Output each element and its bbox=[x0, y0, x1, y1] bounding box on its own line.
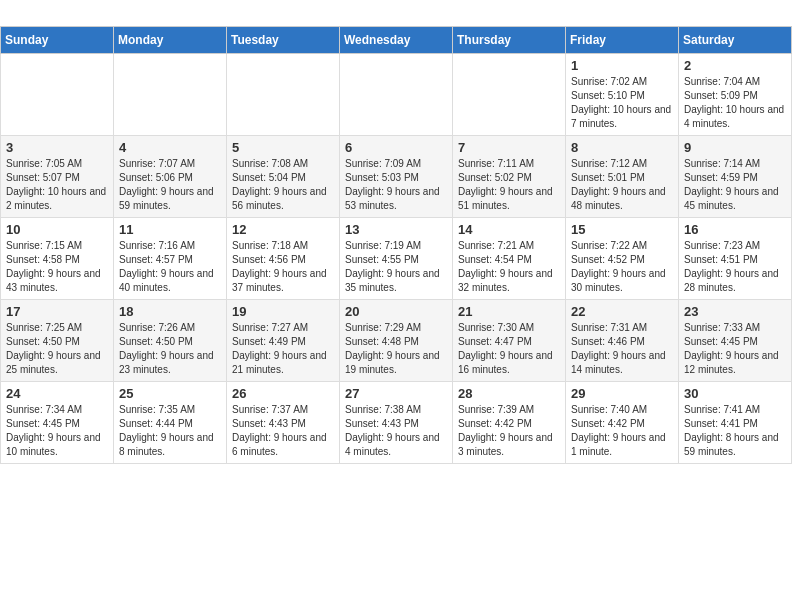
day-info: Sunrise: 7:15 AM Sunset: 4:58 PM Dayligh… bbox=[6, 239, 108, 295]
day-number: 6 bbox=[345, 140, 447, 155]
calendar-cell bbox=[453, 54, 566, 136]
calendar-header: SundayMondayTuesdayWednesdayThursdayFrid… bbox=[1, 27, 792, 54]
calendar-cell: 1Sunrise: 7:02 AM Sunset: 5:10 PM Daylig… bbox=[566, 54, 679, 136]
day-number: 8 bbox=[571, 140, 673, 155]
day-info: Sunrise: 7:08 AM Sunset: 5:04 PM Dayligh… bbox=[232, 157, 334, 213]
calendar-cell: 18Sunrise: 7:26 AM Sunset: 4:50 PM Dayli… bbox=[114, 300, 227, 382]
calendar-cell: 15Sunrise: 7:22 AM Sunset: 4:52 PM Dayli… bbox=[566, 218, 679, 300]
day-info: Sunrise: 7:14 AM Sunset: 4:59 PM Dayligh… bbox=[684, 157, 786, 213]
calendar-cell: 12Sunrise: 7:18 AM Sunset: 4:56 PM Dayli… bbox=[227, 218, 340, 300]
day-number: 5 bbox=[232, 140, 334, 155]
calendar-cell: 9Sunrise: 7:14 AM Sunset: 4:59 PM Daylig… bbox=[679, 136, 792, 218]
day-info: Sunrise: 7:27 AM Sunset: 4:49 PM Dayligh… bbox=[232, 321, 334, 377]
calendar-cell: 26Sunrise: 7:37 AM Sunset: 4:43 PM Dayli… bbox=[227, 382, 340, 464]
calendar-cell: 21Sunrise: 7:30 AM Sunset: 4:47 PM Dayli… bbox=[453, 300, 566, 382]
calendar-cell: 24Sunrise: 7:34 AM Sunset: 4:45 PM Dayli… bbox=[1, 382, 114, 464]
day-number: 13 bbox=[345, 222, 447, 237]
calendar-week-4: 17Sunrise: 7:25 AM Sunset: 4:50 PM Dayli… bbox=[1, 300, 792, 382]
calendar-cell: 2Sunrise: 7:04 AM Sunset: 5:09 PM Daylig… bbox=[679, 54, 792, 136]
day-number: 24 bbox=[6, 386, 108, 401]
day-info: Sunrise: 7:37 AM Sunset: 4:43 PM Dayligh… bbox=[232, 403, 334, 459]
calendar-cell: 8Sunrise: 7:12 AM Sunset: 5:01 PM Daylig… bbox=[566, 136, 679, 218]
day-number: 27 bbox=[345, 386, 447, 401]
day-number: 19 bbox=[232, 304, 334, 319]
weekday-header-wednesday: Wednesday bbox=[340, 27, 453, 54]
calendar-cell: 27Sunrise: 7:38 AM Sunset: 4:43 PM Dayli… bbox=[340, 382, 453, 464]
day-info: Sunrise: 7:33 AM Sunset: 4:45 PM Dayligh… bbox=[684, 321, 786, 377]
weekday-header-friday: Friday bbox=[566, 27, 679, 54]
day-info: Sunrise: 7:05 AM Sunset: 5:07 PM Dayligh… bbox=[6, 157, 108, 213]
day-number: 20 bbox=[345, 304, 447, 319]
calendar-cell: 14Sunrise: 7:21 AM Sunset: 4:54 PM Dayli… bbox=[453, 218, 566, 300]
calendar-cell: 7Sunrise: 7:11 AM Sunset: 5:02 PM Daylig… bbox=[453, 136, 566, 218]
calendar-cell bbox=[114, 54, 227, 136]
calendar-body: 1Sunrise: 7:02 AM Sunset: 5:10 PM Daylig… bbox=[1, 54, 792, 464]
day-number: 9 bbox=[684, 140, 786, 155]
calendar-cell: 20Sunrise: 7:29 AM Sunset: 4:48 PM Dayli… bbox=[340, 300, 453, 382]
calendar-cell: 29Sunrise: 7:40 AM Sunset: 4:42 PM Dayli… bbox=[566, 382, 679, 464]
calendar-cell: 23Sunrise: 7:33 AM Sunset: 4:45 PM Dayli… bbox=[679, 300, 792, 382]
day-info: Sunrise: 7:21 AM Sunset: 4:54 PM Dayligh… bbox=[458, 239, 560, 295]
day-number: 1 bbox=[571, 58, 673, 73]
day-info: Sunrise: 7:22 AM Sunset: 4:52 PM Dayligh… bbox=[571, 239, 673, 295]
calendar-cell: 3Sunrise: 7:05 AM Sunset: 5:07 PM Daylig… bbox=[1, 136, 114, 218]
day-info: Sunrise: 7:11 AM Sunset: 5:02 PM Dayligh… bbox=[458, 157, 560, 213]
day-info: Sunrise: 7:12 AM Sunset: 5:01 PM Dayligh… bbox=[571, 157, 673, 213]
day-info: Sunrise: 7:25 AM Sunset: 4:50 PM Dayligh… bbox=[6, 321, 108, 377]
day-info: Sunrise: 7:19 AM Sunset: 4:55 PM Dayligh… bbox=[345, 239, 447, 295]
calendar-cell bbox=[1, 54, 114, 136]
day-info: Sunrise: 7:34 AM Sunset: 4:45 PM Dayligh… bbox=[6, 403, 108, 459]
day-number: 2 bbox=[684, 58, 786, 73]
day-info: Sunrise: 7:29 AM Sunset: 4:48 PM Dayligh… bbox=[345, 321, 447, 377]
calendar-cell: 30Sunrise: 7:41 AM Sunset: 4:41 PM Dayli… bbox=[679, 382, 792, 464]
day-info: Sunrise: 7:02 AM Sunset: 5:10 PM Dayligh… bbox=[571, 75, 673, 131]
day-info: Sunrise: 7:09 AM Sunset: 5:03 PM Dayligh… bbox=[345, 157, 447, 213]
calendar-week-1: 1Sunrise: 7:02 AM Sunset: 5:10 PM Daylig… bbox=[1, 54, 792, 136]
day-number: 11 bbox=[119, 222, 221, 237]
weekday-header-sunday: Sunday bbox=[1, 27, 114, 54]
day-number: 12 bbox=[232, 222, 334, 237]
weekday-header-row: SundayMondayTuesdayWednesdayThursdayFrid… bbox=[1, 27, 792, 54]
calendar-cell: 16Sunrise: 7:23 AM Sunset: 4:51 PM Dayli… bbox=[679, 218, 792, 300]
day-number: 26 bbox=[232, 386, 334, 401]
day-number: 15 bbox=[571, 222, 673, 237]
calendar-cell bbox=[227, 54, 340, 136]
day-number: 29 bbox=[571, 386, 673, 401]
calendar-cell: 28Sunrise: 7:39 AM Sunset: 4:42 PM Dayli… bbox=[453, 382, 566, 464]
calendar-cell: 11Sunrise: 7:16 AM Sunset: 4:57 PM Dayli… bbox=[114, 218, 227, 300]
calendar-cell bbox=[340, 54, 453, 136]
weekday-header-tuesday: Tuesday bbox=[227, 27, 340, 54]
day-info: Sunrise: 7:35 AM Sunset: 4:44 PM Dayligh… bbox=[119, 403, 221, 459]
day-number: 25 bbox=[119, 386, 221, 401]
calendar-cell: 22Sunrise: 7:31 AM Sunset: 4:46 PM Dayli… bbox=[566, 300, 679, 382]
day-info: Sunrise: 7:31 AM Sunset: 4:46 PM Dayligh… bbox=[571, 321, 673, 377]
weekday-header-thursday: Thursday bbox=[453, 27, 566, 54]
day-number: 3 bbox=[6, 140, 108, 155]
day-number: 18 bbox=[119, 304, 221, 319]
day-info: Sunrise: 7:04 AM Sunset: 5:09 PM Dayligh… bbox=[684, 75, 786, 131]
day-info: Sunrise: 7:26 AM Sunset: 4:50 PM Dayligh… bbox=[119, 321, 221, 377]
day-number: 28 bbox=[458, 386, 560, 401]
weekday-header-saturday: Saturday bbox=[679, 27, 792, 54]
calendar-cell: 25Sunrise: 7:35 AM Sunset: 4:44 PM Dayli… bbox=[114, 382, 227, 464]
day-info: Sunrise: 7:30 AM Sunset: 4:47 PM Dayligh… bbox=[458, 321, 560, 377]
calendar-cell: 10Sunrise: 7:15 AM Sunset: 4:58 PM Dayli… bbox=[1, 218, 114, 300]
calendar-cell: 4Sunrise: 7:07 AM Sunset: 5:06 PM Daylig… bbox=[114, 136, 227, 218]
page-header: General Blue bbox=[0, 0, 792, 26]
day-number: 10 bbox=[6, 222, 108, 237]
day-info: Sunrise: 7:18 AM Sunset: 4:56 PM Dayligh… bbox=[232, 239, 334, 295]
calendar-table: SundayMondayTuesdayWednesdayThursdayFrid… bbox=[0, 26, 792, 464]
day-number: 14 bbox=[458, 222, 560, 237]
day-number: 23 bbox=[684, 304, 786, 319]
calendar-cell: 17Sunrise: 7:25 AM Sunset: 4:50 PM Dayli… bbox=[1, 300, 114, 382]
day-number: 22 bbox=[571, 304, 673, 319]
day-info: Sunrise: 7:07 AM Sunset: 5:06 PM Dayligh… bbox=[119, 157, 221, 213]
day-number: 21 bbox=[458, 304, 560, 319]
calendar-week-2: 3Sunrise: 7:05 AM Sunset: 5:07 PM Daylig… bbox=[1, 136, 792, 218]
calendar-cell: 5Sunrise: 7:08 AM Sunset: 5:04 PM Daylig… bbox=[227, 136, 340, 218]
day-number: 4 bbox=[119, 140, 221, 155]
calendar-week-5: 24Sunrise: 7:34 AM Sunset: 4:45 PM Dayli… bbox=[1, 382, 792, 464]
day-number: 30 bbox=[684, 386, 786, 401]
weekday-header-monday: Monday bbox=[114, 27, 227, 54]
day-number: 17 bbox=[6, 304, 108, 319]
